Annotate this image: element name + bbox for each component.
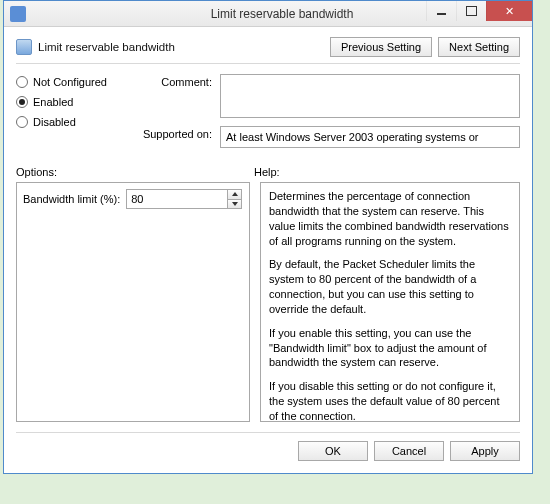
comment-row: Comment:	[140, 74, 520, 118]
help-text: If you enable this setting, you can use …	[269, 326, 511, 371]
bandwidth-limit-label: Bandwidth limit (%):	[23, 193, 120, 205]
section-labels: Options: Help:	[16, 166, 520, 178]
header-row: Limit reservable bandwidth Previous Sett…	[16, 37, 520, 57]
comment-input[interactable]	[220, 74, 520, 118]
footer-buttons: OK Cancel Apply	[16, 432, 520, 461]
policy-title: Limit reservable bandwidth	[38, 41, 175, 53]
previous-setting-button[interactable]: Previous Setting	[330, 37, 432, 57]
bandwidth-limit-row: Bandwidth limit (%):	[23, 189, 243, 209]
chevron-up-icon	[232, 192, 238, 196]
chevron-down-icon	[232, 202, 238, 206]
spinner-up-button[interactable]	[228, 190, 241, 200]
radio-disabled[interactable]: Disabled	[16, 116, 126, 128]
help-panel[interactable]: Determines the percentage of connection …	[260, 182, 520, 422]
state-radio-group: Not Configured Enabled Disabled	[16, 74, 126, 156]
dialog-window: Limit reservable bandwidth Limit reserva…	[3, 0, 533, 474]
lower-pane: Bandwidth limit (%): Determines the perc…	[16, 182, 520, 422]
radio-label: Disabled	[33, 116, 76, 128]
client-area: Limit reservable bandwidth Previous Sett…	[4, 27, 532, 473]
next-setting-button[interactable]: Next Setting	[438, 37, 520, 57]
help-section-label: Help:	[254, 166, 280, 178]
help-text: Determines the percentage of connection …	[269, 189, 511, 248]
supported-value: At least Windows Server 2003 operating s…	[220, 126, 520, 148]
radio-enabled[interactable]: Enabled	[16, 96, 126, 108]
bandwidth-limit-input[interactable]	[127, 190, 227, 208]
close-button[interactable]	[486, 1, 532, 21]
gpedit-icon	[10, 6, 26, 22]
fields-column: Comment: Supported on: At least Windows …	[140, 74, 520, 156]
options-panel: Bandwidth limit (%):	[16, 182, 250, 422]
radio-icon	[16, 116, 28, 128]
help-text: If you disable this setting or do not co…	[269, 379, 511, 422]
options-section-label: Options:	[16, 166, 254, 178]
cancel-button[interactable]: Cancel	[374, 441, 444, 461]
window-controls	[426, 1, 532, 21]
spinner-buttons	[227, 190, 241, 208]
radio-not-configured[interactable]: Not Configured	[16, 76, 126, 88]
radio-label: Not Configured	[33, 76, 107, 88]
apply-button[interactable]: Apply	[450, 441, 520, 461]
bandwidth-limit-spinner	[126, 189, 242, 209]
titlebar[interactable]: Limit reservable bandwidth	[4, 1, 532, 27]
radio-icon	[16, 96, 28, 108]
divider	[16, 63, 520, 64]
comment-label: Comment:	[140, 74, 212, 118]
minimize-button[interactable]	[426, 1, 456, 21]
maximize-button[interactable]	[456, 1, 486, 21]
upper-pane: Not Configured Enabled Disabled Comment:	[16, 74, 520, 156]
supported-label: Supported on:	[140, 126, 212, 148]
supported-row: Supported on: At least Windows Server 20…	[140, 126, 520, 148]
help-text: By default, the Packet Scheduler limits …	[269, 257, 511, 316]
policy-icon	[16, 39, 32, 55]
spinner-down-button[interactable]	[228, 200, 241, 209]
ok-button[interactable]: OK	[298, 441, 368, 461]
radio-icon	[16, 76, 28, 88]
nav-buttons: Previous Setting Next Setting	[330, 37, 520, 57]
radio-label: Enabled	[33, 96, 73, 108]
